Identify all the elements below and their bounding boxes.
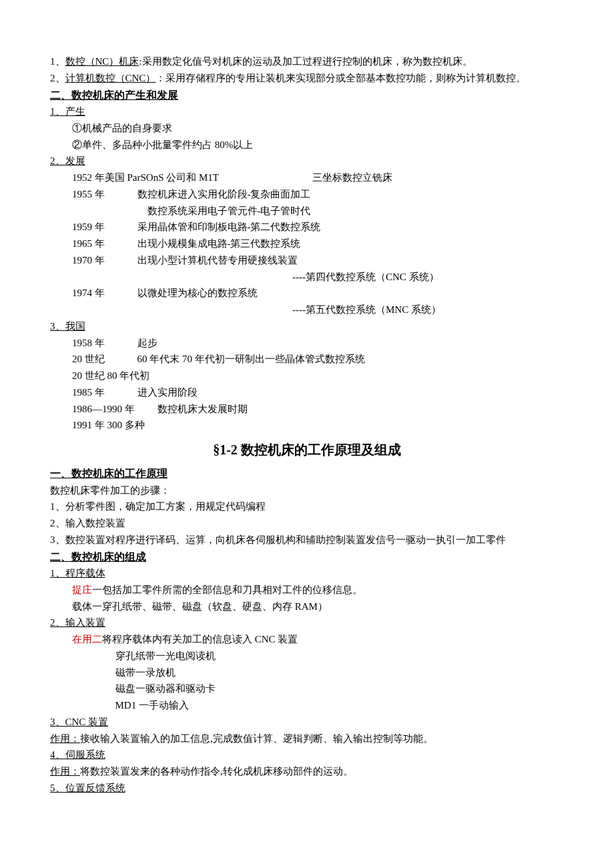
heading-comp: 二、数控机床的组成 — [50, 548, 564, 566]
def-1: 1、数控（NC）机床:采用数定化值号对机床的运动及加工过程进行控制的机床，称为数… — [50, 53, 564, 70]
dev-1952-a: 1952 年美国 ParSOnS 公司和 M1T — [72, 169, 312, 186]
comp-4-use: 作用：将数控装置发来的各种动作指令,转化成机床移动部件的运动。 — [50, 763, 564, 780]
wp-intro: 数控机床零件加工的步骤： — [50, 482, 564, 499]
section-1-2-title: §1-2 数控机床的工作原理及组成 — [50, 439, 564, 461]
dev-1965: 1965 年出现小规模集成电路-第三代数控系统 — [72, 236, 564, 252]
comp-2-d: MD1 一手动输入 — [50, 697, 564, 714]
wp-step-2: 2、输入数控装置 — [50, 515, 564, 532]
dev-1970: 1970 年出现小型计算机代替专用硬接线装置 — [72, 252, 564, 269]
comp-3: 3、CNC 装置 — [50, 714, 564, 731]
dev-1955-b: 数控系统采用电子管元件-电子管时代 — [72, 203, 564, 220]
comp-2-a: 穿孔纸带一光电阅读机 — [50, 648, 564, 665]
dev-1970-year: 1970 年 — [72, 252, 137, 269]
dev-1952-b: 三坐标数控立铣床 — [312, 172, 392, 183]
sub-2-2: 2、发展 — [50, 153, 564, 169]
cn-1985: 1985 年进入实用阶段 — [72, 384, 564, 401]
comp-5: 5、位置反馈系统 — [50, 780, 564, 797]
cn-1958-year: 1958 年 — [72, 335, 137, 352]
dev-1965-year: 1965 年 — [72, 236, 137, 252]
comp-4-use-label: 作用： — [50, 766, 80, 777]
item-2-1-b: ②单件、多品种小批量零件约占 80%以上 — [50, 137, 564, 153]
dev-1974-year: 1974 年 — [72, 285, 137, 302]
comp-2-intro: 在用二将程序载体内有关加工的信息读入 CNC 装置 — [50, 631, 564, 648]
dev-1955-year: 1955 年 — [72, 186, 137, 203]
comp-1-a: 提庄一包括加工零件所需的全部信息和刀具相对工件的位移信息。 — [50, 582, 564, 598]
comp-1-b: 载体一穿孔纸带、磁带、磁盘（软盘、硬盘、内存 RAM） — [50, 598, 564, 615]
comp-2: 2、输入装置 — [50, 614, 564, 631]
comp-2-red: 在用二 — [72, 634, 102, 644]
def-2-term: 计算机数控（CNC） — [65, 73, 156, 83]
cn-1991: 1991 年 300 多种 — [72, 417, 564, 434]
cn-6070-year: 20 世纪 — [72, 351, 137, 368]
cn-80: 20 世纪 80 年代初 — [72, 368, 564, 384]
dev-1955: 1955 年数控机床进入实用化阶段-复杂曲面加工 — [72, 186, 564, 203]
comp-4: 4、伺服系统 — [50, 747, 564, 763]
cn-1985-year: 1985 年 — [72, 384, 137, 401]
dev-1959: 1959 年采用晶体管和印制板电路-第二代数控系统 — [72, 219, 564, 236]
comp-1-red: 提庄 — [72, 584, 92, 595]
def-1-term: 数控（NC）机床 — [65, 56, 139, 67]
sub-2-3: 3、我国 — [50, 318, 564, 335]
wp-step-1: 1、分析零件图，确定加工方案，用规定代码编程 — [50, 498, 564, 515]
comp-1: 1、程序载体 — [50, 565, 564, 582]
comp-3-use-label: 作用： — [50, 733, 80, 744]
dev-1955-a: 数控机床进入实用化阶段-复杂曲面加工 — [137, 189, 311, 199]
comp-3-use: 作用：接收输入装置输入的加工信息,完成数值计算、逻辑判断、输入输出控制等功能。 — [50, 731, 564, 747]
def-1-num: 1、 — [50, 56, 65, 67]
dev-1952: 1952 年美国 ParSOnS 公司和 M1T三坐标数控立铣床 — [72, 169, 564, 186]
cn-1958: 1958 年起步 — [72, 335, 564, 352]
cn-8690-year: 1986—1990 年 — [72, 401, 158, 418]
dev-1974-note: ----第五代数控系统（MNC 系统） — [72, 302, 564, 318]
cn-8690: 1986—1990 年数控机床大发展时期 — [72, 401, 564, 418]
comp-2-b: 磁带一录放机 — [50, 665, 564, 681]
def-1-rest: :采用数定化值号对机床的运动及加工过程进行控制的机床，称为数控机床。 — [139, 56, 472, 67]
dev-1959-year: 1959 年 — [72, 219, 137, 236]
def-2-rest: ：采用存储程序的专用让装机来实现部分或全部基本数控功能，则称为计算机数控。 — [156, 73, 526, 83]
def-2-num: 2、 — [50, 73, 65, 83]
sub-2-1: 1、产生 — [50, 103, 564, 120]
heading-wp: 一、数控机床的工作原理 — [50, 465, 564, 482]
comp-2-c: 磁盘一驱动器和驱动卡 — [50, 681, 564, 697]
dev-1974: 1974 年以微处理为核心的数控系统 — [72, 285, 564, 302]
cn-6070: 20 世纪60 年代末 70 年代初一研制出一些晶体管式数控系统 — [72, 351, 564, 368]
def-2: 2、计算机数控（CNC）：采用存储程序的专用让装机来实现部分或全部基本数控功能，… — [50, 70, 564, 87]
heading-2: 二、数控机床的产生和发展 — [50, 87, 564, 104]
dev-1970-note: ----第四代数控系统（CNC 系统） — [72, 269, 564, 286]
wp-step-3: 3、数控装置对程序进行译码、运算，向机床各伺服机构和辅助控制装置发信号一驱动一执… — [50, 532, 564, 548]
item-2-1-a: ①机械产品的自身要求 — [50, 120, 564, 137]
